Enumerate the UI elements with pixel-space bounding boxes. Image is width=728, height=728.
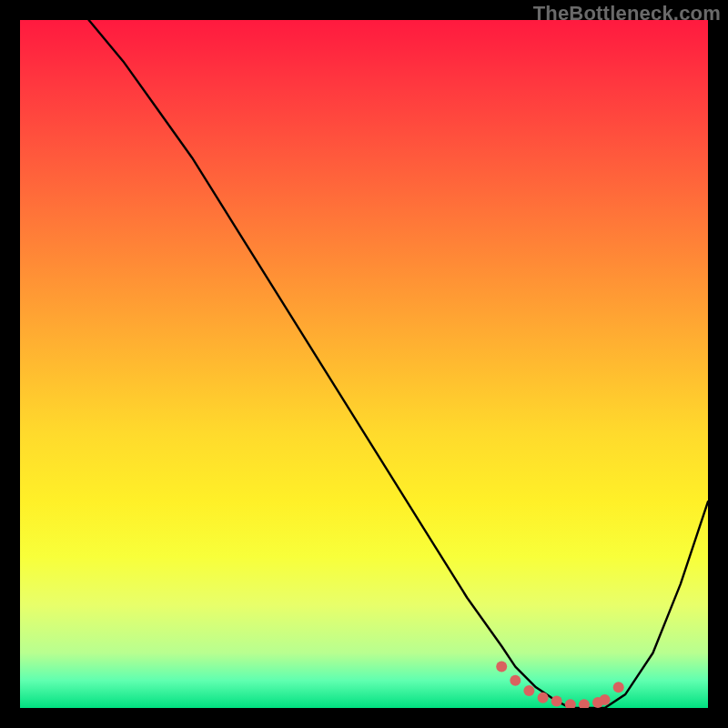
chart-svg	[20, 20, 708, 708]
optimal-dot	[551, 695, 562, 706]
chart-frame: TheBottleneck.com	[0, 0, 728, 728]
watermark-text: TheBottleneck.com	[533, 2, 721, 25]
optimal-dot	[496, 662, 507, 672]
bottleneck-curve-line	[89, 20, 708, 708]
optimal-region-dots	[496, 662, 624, 708]
optimal-dot	[510, 675, 521, 686]
optimal-dot	[600, 694, 611, 705]
optimal-dot	[613, 682, 624, 693]
chart-plot-area	[20, 20, 708, 708]
optimal-dot	[565, 699, 576, 708]
optimal-dot	[523, 685, 534, 696]
optimal-dot	[579, 699, 590, 708]
optimal-dot	[538, 693, 549, 703]
optimal-dot	[592, 697, 603, 708]
